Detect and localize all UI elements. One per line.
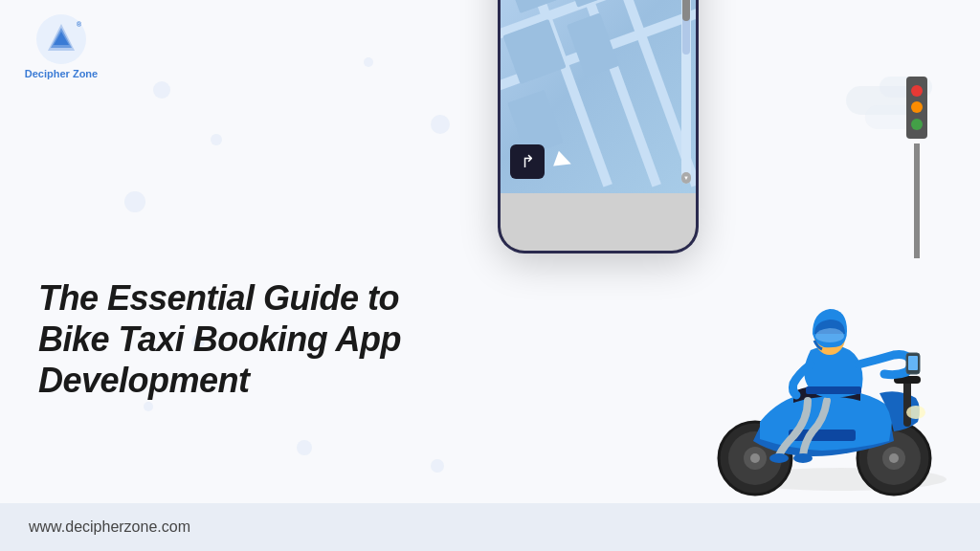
svg-point-16 xyxy=(906,406,925,419)
footer-url: www.decipherzone.com xyxy=(29,518,190,536)
logo-text: Decipher Zone xyxy=(25,68,98,80)
svg-rect-14 xyxy=(903,379,911,427)
svg-point-9 xyxy=(750,453,760,463)
phone-map: ▲ ▼ 📍 ↱ ▶ xyxy=(501,0,696,193)
svg-point-18 xyxy=(769,453,789,463)
logo: ® Decipher Zone xyxy=(13,14,109,80)
logo-icon: ® xyxy=(36,14,86,64)
footer: www.decipherzone.com xyxy=(0,503,980,551)
main-heading: The Essential Guide to Bike Taxi Booking… xyxy=(38,277,402,402)
rider-illustration xyxy=(669,164,975,508)
svg-point-19 xyxy=(793,453,813,463)
nav-arrow-box: ↱ xyxy=(510,144,545,179)
svg-rect-20 xyxy=(806,386,861,394)
svg-text:®: ® xyxy=(77,21,82,28)
phone-bottom-bar xyxy=(501,193,696,253)
svg-rect-22 xyxy=(908,356,918,370)
svg-point-13 xyxy=(889,453,899,463)
